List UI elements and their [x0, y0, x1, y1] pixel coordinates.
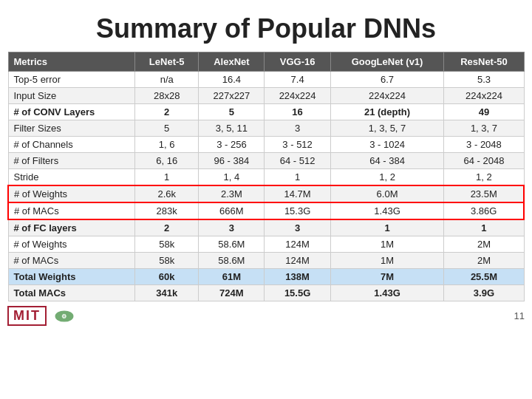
- cell-7-3: 6.0M: [330, 185, 444, 202]
- cell-13-4: 3.9G: [444, 285, 524, 301]
- cell-0-4: 5.3: [444, 72, 524, 88]
- table-row: Stride11, 411, 21, 2: [8, 169, 524, 186]
- column-header-1: LeNet-5: [135, 52, 199, 72]
- row-label: Stride: [8, 169, 135, 186]
- cell-5-4: 64 - 2048: [444, 153, 524, 169]
- cell-12-2: 138M: [265, 269, 330, 285]
- row-label: Filter Sizes: [8, 120, 135, 137]
- cell-10-2: 124M: [265, 236, 330, 253]
- cell-11-3: 1M: [330, 253, 444, 269]
- row-label: # of Weights: [8, 185, 135, 202]
- cell-7-4: 23.5M: [444, 185, 524, 202]
- cell-11-0: 58k: [135, 253, 199, 269]
- green-logo-icon: ⚙: [54, 310, 75, 323]
- row-label: Top-5 error: [8, 72, 135, 88]
- cell-3-1: 3, 5, 11: [199, 120, 265, 137]
- cell-1-3: 224x224: [330, 88, 444, 104]
- cell-5-1: 96 - 384: [199, 153, 265, 169]
- cell-2-4: 49: [444, 104, 524, 120]
- column-header-0: Metrics: [8, 52, 135, 72]
- row-label: # of FC layers: [8, 219, 135, 236]
- table-row: Top-5 errorn/a16.47.46.75.3: [8, 72, 524, 88]
- table-container: MetricsLeNet-5AlexNetVGG-16GoogLeNet (v1…: [7, 52, 525, 301]
- row-label: # of Weights: [8, 236, 135, 253]
- row-label: # of Filters: [8, 153, 135, 169]
- cell-8-4: 3.86G: [444, 202, 524, 219]
- cell-4-0: 1, 6: [135, 137, 199, 153]
- footer: MIT ⚙ 11: [7, 306, 525, 326]
- cell-1-1: 227x227: [199, 88, 265, 104]
- table-row: Filter Sizes53, 5, 1131, 3, 5, 71, 3, 7: [8, 120, 524, 137]
- cell-6-1: 1, 4: [199, 169, 265, 186]
- cell-3-2: 3: [265, 120, 330, 137]
- cell-6-2: 1: [265, 169, 330, 186]
- cell-12-1: 61M: [199, 269, 265, 285]
- summary-table: MetricsLeNet-5AlexNetVGG-16GoogLeNet (v1…: [7, 52, 525, 301]
- page-number: 11: [514, 310, 525, 321]
- cell-6-3: 1, 2: [330, 169, 444, 186]
- cell-2-1: 5: [199, 104, 265, 120]
- cell-9-4: 1: [444, 219, 524, 236]
- cell-0-0: n/a: [135, 72, 199, 88]
- column-header-2: AlexNet: [199, 52, 265, 72]
- cell-2-3: 21 (depth): [330, 104, 444, 120]
- cell-10-1: 58.6M: [199, 236, 265, 253]
- cell-13-3: 1.43G: [330, 285, 444, 301]
- table-row: # of Channels1, 63 - 2563 - 5123 - 10243…: [8, 137, 524, 153]
- row-label: # of Channels: [8, 137, 135, 153]
- row-label: # of MACs: [8, 253, 135, 269]
- cell-3-4: 1, 3, 7: [444, 120, 524, 137]
- row-label: Total Weights: [8, 269, 135, 285]
- cell-11-1: 58.6M: [199, 253, 265, 269]
- table-row: # of MACs58k58.6M124M1M2M: [8, 253, 524, 269]
- mit-logo: MIT: [7, 306, 47, 326]
- cell-7-0: 2.6k: [135, 185, 199, 202]
- cell-1-4: 224x224: [444, 88, 524, 104]
- cell-11-4: 2M: [444, 253, 524, 269]
- cell-5-0: 6, 16: [135, 153, 199, 169]
- cell-9-2: 3: [265, 219, 330, 236]
- cell-10-3: 1M: [330, 236, 444, 253]
- cell-7-2: 14.7M: [265, 185, 330, 202]
- svg-text:⚙: ⚙: [62, 313, 67, 320]
- table-row: # of Weights58k58.6M124M1M2M: [8, 236, 524, 253]
- cell-4-1: 3 - 256: [199, 137, 265, 153]
- cell-10-0: 58k: [135, 236, 199, 253]
- cell-7-1: 2.3M: [199, 185, 265, 202]
- cell-6-0: 1: [135, 169, 199, 186]
- column-header-4: GoogLeNet (v1): [330, 52, 444, 72]
- cell-8-2: 15.3G: [265, 202, 330, 219]
- cell-5-2: 64 - 512: [265, 153, 330, 169]
- table-row: # of CONV Layers251621 (depth)49: [8, 104, 524, 120]
- cell-12-3: 7M: [330, 269, 444, 285]
- page-title: Summary of Popular DNNs: [96, 13, 436, 44]
- table-row: # of FC layers23311: [8, 219, 524, 236]
- cell-0-2: 7.4: [265, 72, 330, 88]
- table-row: Total Weights60k61M138M7M25.5M: [8, 269, 524, 285]
- column-header-3: VGG-16: [265, 52, 330, 72]
- cell-1-2: 224x224: [265, 88, 330, 104]
- cell-4-2: 3 - 512: [265, 137, 330, 153]
- cell-0-1: 16.4: [199, 72, 265, 88]
- row-label: # of CONV Layers: [8, 104, 135, 120]
- cell-3-3: 1, 3, 5, 7: [330, 120, 444, 137]
- row-label: Total MACs: [8, 285, 135, 301]
- cell-12-0: 60k: [135, 269, 199, 285]
- cell-6-4: 1, 2: [444, 169, 524, 186]
- cell-8-0: 283k: [135, 202, 199, 219]
- cell-13-0: 341k: [135, 285, 199, 301]
- cell-13-2: 15.5G: [265, 285, 330, 301]
- table-row: # of Filters6, 1696 - 38464 - 51264 - 38…: [8, 153, 524, 169]
- cell-0-3: 6.7: [330, 72, 444, 88]
- cell-11-2: 124M: [265, 253, 330, 269]
- table-header-row: MetricsLeNet-5AlexNetVGG-16GoogLeNet (v1…: [8, 52, 524, 72]
- cell-12-4: 25.5M: [444, 269, 524, 285]
- row-label: Input Size: [8, 88, 135, 104]
- column-header-5: ResNet-50: [444, 52, 524, 72]
- cell-10-4: 2M: [444, 236, 524, 253]
- cell-4-4: 3 - 2048: [444, 137, 524, 153]
- cell-8-1: 666M: [199, 202, 265, 219]
- cell-9-1: 3: [199, 219, 265, 236]
- table-row: # of Weights2.6k2.3M14.7M6.0M23.5M: [8, 185, 524, 202]
- cell-13-1: 724M: [199, 285, 265, 301]
